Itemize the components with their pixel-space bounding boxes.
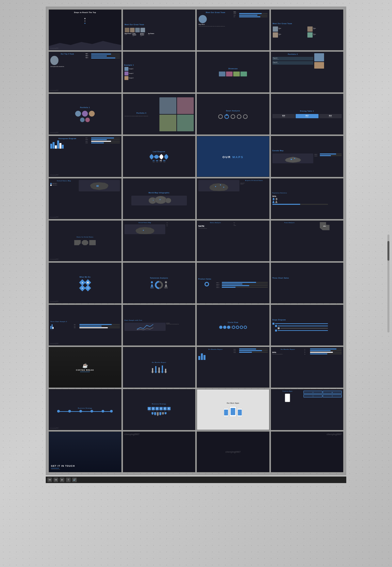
- slides-grid: Steps to Reach The Top chenying0907 Meet…: [47, 8, 345, 474]
- coffee-break-title: COFFEE BREAK: [76, 369, 94, 371]
- slide-25[interactable]: What We Do ◉ ⬜ ✿ ⚗: [49, 263, 122, 303]
- slide-23[interactable]: Status Analysis 547K Lorem ipsum status …: [197, 220, 270, 261]
- slide-32-title: Stage Diagram: [272, 319, 286, 321]
- slide-43-watermark: chenying0907: [225, 451, 240, 453]
- slide-44-watermark: chenying0907: [327, 433, 342, 435]
- svg-point-8: [215, 186, 216, 187]
- slide-18-title: World Map Infographic: [148, 192, 170, 194]
- slide-1-title: Steps to Reach The Top: [74, 11, 96, 13]
- slide-14[interactable]: Leaf Diagram 2KValue 6MValue 7MValue 9MV…: [123, 136, 196, 177]
- slide-38-title: Business Strategy: [152, 403, 166, 405]
- main-background: Steps to Reach The Top chenying0907 Meet…: [0, 0, 392, 567]
- svg-point-1: [294, 158, 295, 159]
- slide-36[interactable]: Six Months Report 84% Lorem ipsum report…: [271, 347, 344, 388]
- slide-10-title: Portfolio 4: [124, 112, 159, 114]
- slide-21[interactable]: States for United States chenying0907: [49, 220, 122, 261]
- slide-17-title: United States Map: [50, 180, 78, 182]
- svg-point-0: [290, 159, 292, 160]
- footer-btn-play[interactable]: ▶: [60, 478, 64, 482]
- slide-13[interactable]: Histogram Diagram Item A: [49, 136, 122, 177]
- slide-12-title: Pricing Table 1: [300, 110, 314, 112]
- slide-20[interactable]: Population Statistics 50%: [271, 178, 344, 219]
- svg-point-6: [159, 199, 160, 200]
- slide-7[interactable]: Showcase: [197, 52, 270, 92]
- slide-4[interactable]: Meet Our Great Team NameTitle NameTitle: [271, 9, 344, 50]
- slide-22[interactable]: United States Map 70% 54%: [123, 220, 196, 261]
- slide-41[interactable]: GET IT IN TOUCH Contact information here: [49, 431, 122, 472]
- slide-8-title: Portfolio 2: [272, 53, 314, 55]
- slide-30[interactable]: Chart Sample with Text Description Lor: [123, 305, 196, 346]
- slide-17[interactable]: United States Map Legend item 1 Legend i…: [49, 178, 122, 219]
- slide-6[interactable]: Example 1 Example 1 Example 2: [123, 52, 196, 92]
- slide-9-title: Portfolio 1: [80, 106, 90, 108]
- slide-24-title: Texas Analysis: [272, 222, 307, 223]
- slide-11[interactable]: Smart Analysis: [197, 94, 270, 135]
- slides-grid-wrapper: Steps to Reach The Top chenying0907 Meet…: [46, 7, 346, 475]
- slide-3[interactable]: Meet Our Great Team Angel Blank Lorem ip…: [197, 9, 270, 50]
- slide-24[interactable]: Texas Analysis 89%: [271, 220, 344, 261]
- slide-26-title: Television Analysis: [150, 277, 168, 279]
- slide-39[interactable]: Our Best Apps: [197, 389, 270, 430]
- slide-28[interactable]: Three Chart Sales: [271, 263, 344, 303]
- slide-21-title: States for United States: [77, 236, 93, 238]
- footer-btn-next[interactable]: ⏭: [54, 478, 58, 482]
- scrollbar-thumb[interactable]: [387, 241, 389, 261]
- svg-point-7: [153, 200, 154, 201]
- slide-4-title: Meet Our Great Team: [273, 23, 292, 24]
- slide-26[interactable]: Television Analysis 55% 65%: [123, 263, 196, 303]
- svg-point-9: [220, 184, 221, 185]
- slide-22-title: United States Map: [124, 222, 166, 223]
- slide-42-watermark: chenying0907: [124, 433, 139, 435]
- slide-16[interactable]: Canada Map Province 1: [271, 136, 344, 177]
- slide-29-title: Three Chart Sample 2: [50, 321, 67, 322]
- footer-btn-pause[interactable]: ⏸: [66, 478, 71, 482]
- slide-34-title: Six Months Report: [152, 362, 166, 363]
- slide-8[interactable]: Portfolio 2 Project #1 Description text …: [271, 52, 344, 92]
- footer-btn-prev[interactable]: ⏮: [47, 478, 52, 482]
- slide-37-title: Business Strategy: [78, 407, 92, 409]
- our-maps-text: OUR MAPS: [222, 154, 244, 159]
- svg-point-4: [155, 196, 167, 204]
- scrollbar[interactable]: [387, 235, 389, 332]
- slide-35[interactable]: Six Months Report Month 1 Month 2 Month …: [197, 347, 270, 388]
- slide-28-title: Three Chart Sales: [272, 277, 289, 279]
- slide-19[interactable]: Airports Of United States ● Major Airpor…: [197, 178, 270, 219]
- slide-15[interactable]: OUR MAPS: [197, 136, 270, 177]
- slide-19-title: Airports Of United States: [240, 180, 268, 181]
- slide-42[interactable]: chenying0907: [123, 431, 196, 472]
- slide-36-title: Six Months Report: [272, 348, 303, 350]
- svg-point-5: [165, 198, 171, 203]
- slide-31[interactable]: Circle Flow: [197, 305, 270, 346]
- slide-11-title: Smart Analysis: [226, 110, 240, 112]
- slide-27[interactable]: Product Sales Category A Category B Cate…: [197, 263, 270, 303]
- slide-40-title: Features Apps: [283, 391, 293, 392]
- slide-18[interactable]: World Map Infographic: [123, 178, 196, 219]
- slide-5[interactable]: Our Top 4 Team Lorem ipsum dolor sit ame…: [49, 52, 122, 92]
- footer-btn-sound[interactable]: 🔊: [72, 478, 77, 482]
- slide-43[interactable]: chenying0907: [197, 431, 270, 472]
- slide-9[interactable]: Portfolio 1 chenying0907: [49, 94, 122, 135]
- slide-37[interactable]: Business Strategy chenying0907: [49, 389, 122, 430]
- slide-32[interactable]: Stage Diagram: [271, 305, 344, 346]
- slide-44[interactable]: chenying0907: [271, 431, 344, 472]
- slide-13-title: Histogram Diagram: [50, 138, 85, 139]
- slide-6-title: Example 1: [124, 64, 134, 66]
- slide-31-title: Circle Flow: [228, 321, 238, 323]
- content-area: Steps to Reach The Top chenying0907 Meet…: [46, 7, 346, 560]
- slide-2[interactable]: Meet Our Great Team Angel EvansCEO Pedro…: [123, 9, 196, 50]
- slide-12[interactable]: Pricing Table 1 $10 1 Month $12 6 Month: [271, 94, 344, 135]
- slide-3-title: Meet Our Great Team: [199, 11, 233, 13]
- slide-40[interactable]: Features Apps ⊙ ◈ ⬡: [271, 389, 344, 430]
- slide-39-title: Our Best Apps: [227, 402, 239, 404]
- slide-1[interactable]: Steps to Reach The Top chenying0907: [49, 9, 122, 50]
- slide-14-title: Leaf Diagram: [153, 151, 165, 153]
- slide-25-title: What We Do: [79, 276, 90, 278]
- slide-29[interactable]: Three Chart Sample 2 Progress: [49, 305, 122, 346]
- slide-34[interactable]: Six Months Report: [123, 347, 196, 388]
- slide-27-title: Product Sales: [198, 278, 211, 280]
- slide-10[interactable]: Portfolio 4 Lorem ipsum dolor sit amet c…: [123, 94, 196, 135]
- slide-38[interactable]: Business Strategy 1 Step 2 Step: [123, 389, 196, 430]
- footer-toolbar: ⏮ ⏭ ▶ ⏸ 🔊: [46, 477, 346, 483]
- slide-33[interactable]: ☕ COFFEE BREAK: [49, 347, 122, 388]
- svg-rect-2: [96, 185, 99, 186]
